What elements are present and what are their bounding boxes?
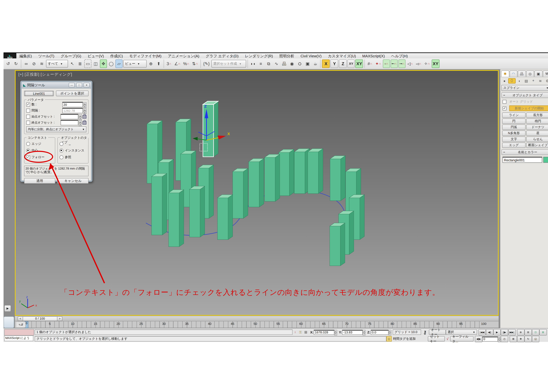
tab-display-icon[interactable]: ▣ — [534, 70, 542, 77]
pan-view-icon[interactable]: ✥ — [517, 336, 525, 342]
key-mode-toggle-icon[interactable]: ◀|▶ — [475, 336, 482, 342]
start-new-shape-button[interactable]: 新規シェイプの開始 — [509, 105, 548, 111]
edge-radio[interactable] — [26, 142, 30, 146]
autogrid-checkbox[interactable] — [503, 100, 506, 104]
start-new-shape-checkbox[interactable]: ✓ — [503, 106, 506, 110]
end-offset-lock-icon[interactable] — [83, 121, 86, 124]
rendered-frame-window-icon[interactable]: ▣ — [304, 59, 311, 68]
start-offset-spinner[interactable]: ▲▼ — [78, 114, 82, 119]
z-coord-input[interactable]: 0.0 — [371, 330, 389, 335]
lights-icon[interactable]: ◖ — [516, 78, 523, 83]
minimize-button[interactable]: — — [69, 83, 75, 87]
edit-named-selection-sets-icon[interactable]: {✎} — [202, 59, 211, 68]
shape-button-10[interactable]: エッグ — [502, 143, 526, 148]
absolute-offset-mode-icon[interactable]: ⊞ — [303, 329, 308, 335]
restrict-xy-plane-button[interactable]: XY — [348, 59, 355, 68]
play-button[interactable]: ▶ — [493, 329, 501, 335]
orbit-icon[interactable]: ↻ — [524, 336, 532, 342]
scene-box-11[interactable] — [249, 159, 264, 207]
mirror-icon[interactable]: ◗◖ — [249, 59, 256, 68]
scene-box-12[interactable] — [264, 154, 280, 201]
instance-radio[interactable] — [59, 148, 64, 152]
shape-category-dropdown[interactable]: スプライン▼ — [501, 85, 548, 91]
center-radio[interactable] — [26, 148, 30, 152]
close-button[interactable]: ✕ — [84, 83, 90, 87]
go-to-start-button[interactable]: |◀◀ — [478, 329, 486, 335]
systems-icon[interactable]: ⚙ — [544, 78, 548, 83]
grid-snap-icon[interactable]: #∩ — [366, 59, 374, 68]
object-type-rollout-header[interactable]: −オブジェクト タイプ — [501, 92, 548, 98]
angle-snap-icon[interactable]: ∠∩ — [173, 59, 181, 68]
bind-to-space-warp-icon[interactable]: ≋ — [38, 59, 45, 68]
auto-key-button[interactable]: オートキー — [429, 329, 446, 335]
spinner-snap-icon[interactable]: ⇅∩ — [191, 59, 199, 68]
count-checkbox[interactable]: ✓ — [26, 103, 30, 107]
endpoint-snap-icon[interactable]: ╾∩ — [391, 59, 398, 68]
x-coord-input[interactable]: 1678.028 — [314, 330, 334, 335]
select-and-rotate-icon[interactable]: ◯ — [108, 59, 115, 68]
scene-box-20[interactable] — [330, 223, 345, 266]
start-offset-checkbox[interactable] — [26, 115, 30, 119]
cameras-icon[interactable]: ▤ — [523, 78, 530, 83]
maximize-viewport-toggle-icon[interactable]: ◱ — [532, 336, 539, 342]
graph-editors-icon[interactable]: ∿ — [273, 59, 280, 68]
time-configuration-icon[interactable]: ◴ — [501, 336, 508, 342]
window-crossing-toggle-icon[interactable]: ◫ — [92, 59, 99, 68]
object-color-swatch[interactable] — [543, 157, 548, 163]
restrict-x-button[interactable]: X — [322, 59, 330, 68]
select-and-link-icon[interactable]: ∞ — [23, 59, 30, 68]
undo-icon[interactable]: ↺ — [5, 59, 12, 68]
start-offset-input[interactable] — [61, 114, 78, 119]
viewport-left-arrow-button[interactable]: ▶ — [4, 305, 11, 312]
count-spinner[interactable]: ▲▼ — [83, 102, 86, 107]
scene-box-6[interactable] — [152, 173, 167, 235]
scene-box-2[interactable] — [203, 101, 218, 157]
tab-hierarchy-icon[interactable]: 品 — [518, 70, 526, 77]
pick-path-button[interactable]: Line001 — [24, 91, 54, 96]
app-button[interactable]: ◣ MXD — [4, 53, 16, 59]
rectangular-selection-region-icon[interactable]: ▭ — [84, 59, 91, 68]
snap-xy-right-button[interactable]: XY — [432, 59, 440, 68]
isolate-selection-icon[interactable]: ♀ — [292, 329, 298, 335]
unlink-selection-icon[interactable]: ⊘ — [30, 59, 38, 68]
select-and-scale-icon[interactable]: ▱ — [115, 59, 122, 68]
helpers-icon[interactable]: ⌖ — [530, 78, 537, 83]
snap-toggle-3d-icon[interactable]: 3∩ — [165, 59, 172, 68]
set-key-button[interactable]: セットキー — [428, 336, 445, 342]
scene-box-8[interactable] — [190, 186, 205, 237]
snap-xy-button[interactable]: XY — [355, 59, 363, 68]
geometry-icon[interactable]: ● — [501, 78, 508, 83]
restrict-z-button[interactable]: Z — [339, 59, 347, 68]
selection-set-key-dropdown[interactable]: 選択▼ — [446, 329, 477, 335]
dialog-titlebar[interactable]: ◣ 間隔ツール — □ ✕ — [21, 82, 91, 89]
layer-manager-icon[interactable]: ⧉ — [265, 59, 272, 68]
shape-button-9[interactable]: らせん — [526, 137, 548, 142]
align-icon[interactable]: ≡ — [257, 59, 264, 68]
shape-button-1[interactable]: 長方形 — [526, 112, 548, 118]
time-slider-track[interactable]: < 0 / 100 > — [15, 316, 499, 321]
z-coord-spinner[interactable]: ▲▼ — [388, 330, 391, 335]
spacing-input[interactable]: 1282.78 — [62, 108, 83, 113]
shape-button-0[interactable]: ライン — [502, 112, 526, 118]
set-keys-curve-icon[interactable]: √ — [445, 336, 450, 342]
next-frame-button[interactable]: ||▶ — [501, 329, 508, 335]
tab-create-icon[interactable]: ✱ — [501, 70, 509, 77]
maximize-button[interactable]: □ — [76, 83, 82, 87]
pick-points-button[interactable]: ポイントを選択 — [56, 91, 89, 96]
render-setup-icon[interactable]: ⛭ — [296, 59, 303, 68]
next-frame-arrow[interactable]: > — [57, 316, 62, 321]
start-offset-lock-icon[interactable] — [83, 115, 86, 119]
shape-button-6[interactable]: N多角形 — [502, 131, 526, 136]
reference-coordinate-dropdown[interactable]: ビュー▼ — [123, 60, 147, 68]
spacing-spinner[interactable]: ▲▼ — [83, 108, 86, 113]
time-slider-handle[interactable]: < 0 / 100 > — [18, 316, 62, 321]
previous-frame-button[interactable]: ◀|| — [486, 329, 493, 335]
time-tag-icon[interactable]: ◻ — [386, 336, 391, 342]
shape-button-5[interactable]: ドーナツ — [526, 125, 548, 130]
shape-button-3[interactable]: 楕円 — [526, 119, 548, 124]
y-coord-spinner[interactable]: ▲▼ — [363, 330, 366, 335]
tab-utilities-icon[interactable]: ⚒ — [543, 70, 548, 77]
pivot-snap-icon[interactable]: ✦∩ — [374, 59, 382, 68]
tab-modify-icon[interactable]: ◠ — [509, 70, 517, 77]
x-coord-spinner[interactable]: ▲▼ — [334, 330, 337, 335]
